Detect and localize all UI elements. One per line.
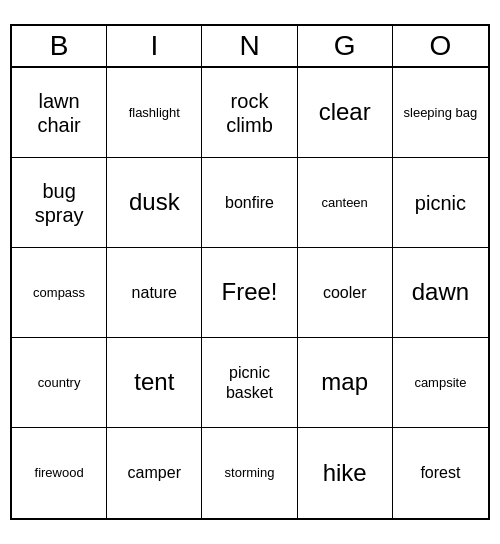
bingo-cell-14: dawn: [393, 248, 488, 338]
bingo-cell-text-4: sleeping bag: [404, 105, 478, 121]
bingo-cell-11: nature: [107, 248, 202, 338]
bingo-cell-text-22: storming: [225, 465, 275, 481]
bingo-cell-text-3: clear: [319, 98, 371, 127]
bingo-cell-text-13: cooler: [323, 283, 367, 302]
bingo-cell-text-6: dusk: [129, 188, 180, 217]
bingo-header: BINGO: [12, 26, 488, 68]
bingo-cell-5: bug spray: [12, 158, 107, 248]
header-letter-i: I: [107, 26, 202, 66]
bingo-cell-text-18: map: [321, 368, 368, 397]
bingo-cell-text-19: campsite: [414, 375, 466, 391]
bingo-cell-text-5: bug spray: [16, 179, 102, 227]
bingo-cell-text-16: tent: [134, 368, 174, 397]
bingo-cell-24: forest: [393, 428, 488, 518]
bingo-cell-16: tent: [107, 338, 202, 428]
bingo-cell-21: camper: [107, 428, 202, 518]
bingo-cell-text-17: picnic basket: [206, 363, 292, 401]
bingo-cell-13: cooler: [298, 248, 393, 338]
bingo-cell-20: firewood: [12, 428, 107, 518]
bingo-cell-1: flashlight: [107, 68, 202, 158]
bingo-card: BINGO lawn chairflashlightrock climbclea…: [10, 24, 490, 520]
bingo-cell-9: picnic: [393, 158, 488, 248]
bingo-cell-8: canteen: [298, 158, 393, 248]
header-letter-o: O: [393, 26, 488, 66]
header-letter-g: G: [298, 26, 393, 66]
bingo-cell-0: lawn chair: [12, 68, 107, 158]
bingo-cell-text-20: firewood: [35, 465, 84, 481]
bingo-cell-text-0: lawn chair: [16, 89, 102, 137]
bingo-grid: lawn chairflashlightrock climbclearsleep…: [12, 68, 488, 518]
bingo-cell-text-12: Free!: [221, 278, 277, 307]
bingo-cell-text-15: country: [38, 375, 81, 391]
bingo-cell-text-24: forest: [420, 463, 460, 482]
bingo-cell-6: dusk: [107, 158, 202, 248]
bingo-cell-2: rock climb: [202, 68, 297, 158]
bingo-cell-text-14: dawn: [412, 278, 469, 307]
header-letter-b: B: [12, 26, 107, 66]
bingo-cell-17: picnic basket: [202, 338, 297, 428]
bingo-cell-23: hike: [298, 428, 393, 518]
bingo-cell-text-1: flashlight: [129, 105, 180, 121]
bingo-cell-text-10: compass: [33, 285, 85, 301]
bingo-cell-text-23: hike: [323, 459, 367, 488]
bingo-cell-12: Free!: [202, 248, 297, 338]
bingo-cell-text-9: picnic: [415, 191, 466, 215]
bingo-cell-22: storming: [202, 428, 297, 518]
bingo-cell-19: campsite: [393, 338, 488, 428]
bingo-cell-18: map: [298, 338, 393, 428]
bingo-cell-text-2: rock climb: [206, 89, 292, 137]
bingo-cell-10: compass: [12, 248, 107, 338]
bingo-cell-15: country: [12, 338, 107, 428]
bingo-cell-text-11: nature: [132, 283, 177, 302]
bingo-cell-text-7: bonfire: [225, 193, 274, 212]
bingo-cell-3: clear: [298, 68, 393, 158]
header-letter-n: N: [202, 26, 297, 66]
bingo-cell-7: bonfire: [202, 158, 297, 248]
bingo-cell-4: sleeping bag: [393, 68, 488, 158]
bingo-cell-text-8: canteen: [322, 195, 368, 211]
bingo-cell-text-21: camper: [128, 463, 181, 482]
